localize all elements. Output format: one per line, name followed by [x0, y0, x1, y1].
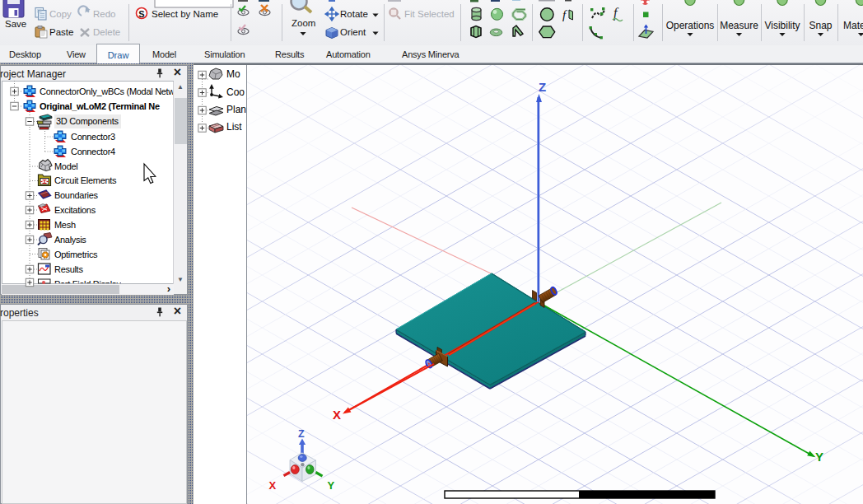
svg-text:Z: Z	[539, 80, 546, 94]
svg-text:S: S	[138, 9, 144, 19]
svg-text:Z: Z	[298, 428, 305, 440]
svg-text:f: f	[562, 8, 567, 21]
svg-text:Y: Y	[815, 450, 823, 464]
svg-text:Y: Y	[328, 479, 335, 492]
svg-text:X: X	[269, 479, 277, 492]
svg-text:X: X	[333, 408, 341, 422]
